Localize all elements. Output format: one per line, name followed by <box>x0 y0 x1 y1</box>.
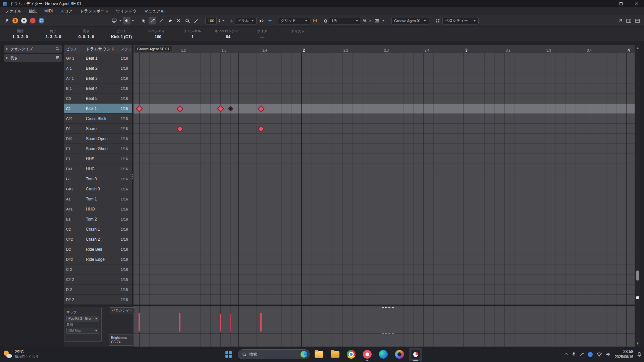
swing-icon[interactable]: % <box>363 19 366 23</box>
drum-row-G#1[interactable]: G#1Crash 31/16 <box>64 184 132 194</box>
drum-row-D#-2[interactable]: D#-21/16 <box>64 295 132 305</box>
infoline-field-8[interactable]: テキスト <box>278 29 318 39</box>
solo-editor-button[interactable]: S <box>12 18 18 23</box>
drum-row-B1[interactable]: B1Tom 21/16 <box>64 214 132 224</box>
grid-row-G1[interactable] <box>133 174 635 184</box>
grid-row-C0[interactable] <box>133 94 635 104</box>
grid-row-D#-2[interactable] <box>133 295 635 305</box>
drum-row-B-1[interactable]: B-1Beat 41/16 <box>64 83 132 94</box>
drum-row-C#2[interactable]: C#2Crash 21/16 <box>64 234 132 244</box>
grid-row-G#1[interactable] <box>133 184 635 194</box>
menu-item-midi[interactable]: MIDI <box>41 9 56 13</box>
scrollbar-thumb[interactable] <box>636 270 639 281</box>
grid-row-D2[interactable] <box>133 244 635 254</box>
edited-part-select[interactable]: Groove Agen.01 <box>391 17 429 24</box>
open-in-separate-window-icon[interactable] <box>616 17 624 24</box>
grid-row-B1[interactable] <box>133 214 635 224</box>
record-in-editor-button[interactable] <box>30 18 36 23</box>
pin-icon[interactable] <box>3 17 10 24</box>
velocity-stepper[interactable] <box>218 19 220 22</box>
search-icon[interactable] <box>55 46 59 52</box>
snap-type-icon[interactable] <box>311 17 319 24</box>
menu-item-score[interactable]: スコア <box>56 8 76 14</box>
auto-scroll-button[interactable] <box>21 18 27 23</box>
drum-row-A-1[interactable]: A-1Beat 21/16 <box>64 63 132 73</box>
drum-row-D#2[interactable]: D#2Ride Edge1/16 <box>64 254 132 264</box>
midi-input-icon[interactable] <box>266 17 274 24</box>
scroll-down-arrow[interactable] <box>636 343 639 345</box>
quantize-select[interactable]: 1/8 <box>329 17 361 24</box>
drum-row-C-2[interactable]: C-21/16 <box>64 264 132 275</box>
grid-row-C-2[interactable] <box>133 264 635 275</box>
note-grid[interactable]: Groove Agent SE 01 1.21.31.422.22.32.433… <box>133 45 635 347</box>
vertical-scrollbar[interactable] <box>635 45 640 347</box>
volume-icon[interactable] <box>606 352 611 357</box>
grid-row-D#2[interactable] <box>133 254 635 264</box>
velocity-bar[interactable] <box>260 313 262 331</box>
drum-row-C2[interactable]: C2Crash 11/16 <box>64 224 132 234</box>
erase-tool[interactable] <box>166 17 174 24</box>
line-tool[interactable] <box>157 17 165 24</box>
expand-triangle-icon[interactable] <box>6 57 8 59</box>
grid-row-F#1[interactable] <box>133 164 635 174</box>
drum-row-A#-1[interactable]: A#-1Beat 31/16 <box>64 73 132 83</box>
infoline-field-1[interactable]: 終了1. 3. 3. 0 <box>37 29 70 39</box>
drum-row-A1[interactable]: A1Tom 11/16 <box>64 194 132 204</box>
grid-row-A-1[interactable] <box>133 63 635 73</box>
grid-type-select[interactable]: グリッド <box>278 17 310 24</box>
column-header-0[interactable]: ピッチ <box>64 45 84 53</box>
drum-row-G#-1[interactable]: G#-1Beat 11/16 <box>64 53 132 63</box>
drum-row-C1[interactable]: C1Kick 11/16 <box>64 104 132 114</box>
start-button[interactable] <box>222 348 235 361</box>
chevron-down-icon[interactable] <box>119 20 122 21</box>
grid-row-C#-2[interactable] <box>133 275 635 285</box>
grid-row-F1[interactable] <box>133 154 635 164</box>
column-header-1[interactable]: ドラムサウンド <box>84 45 119 53</box>
editor-display-icon[interactable] <box>110 17 118 24</box>
list-icon[interactable] <box>55 55 59 61</box>
grid-row-C#1[interactable] <box>133 114 635 124</box>
recorder-app-icon[interactable] <box>361 348 374 361</box>
taskbar-search[interactable]: 検索 <box>238 349 310 359</box>
drum-row-A#1[interactable]: A#1HHO1/16 <box>64 204 132 214</box>
edge-icon[interactable] <box>377 348 390 361</box>
chevron-down-icon[interactable] <box>382 20 385 21</box>
infoline-field-2[interactable]: 長さ0. 0. 1. 0 <box>70 29 103 39</box>
grid-row-B-1[interactable] <box>133 83 635 94</box>
window-zones-icon[interactable] <box>625 17 633 24</box>
pen-icon[interactable] <box>580 352 584 357</box>
drum-map-select[interactable]: Pop Kit 3 - Gro. <box>66 316 99 321</box>
infoline-field-5[interactable]: チャンネル1 <box>176 29 209 39</box>
acoustic-feedback-icon[interactable] <box>123 17 130 24</box>
controller-lane-split[interactable] <box>133 334 635 334</box>
lanes-icon[interactable] <box>373 17 381 24</box>
drum-row-F#1[interactable]: F#1HHC1/16 <box>64 164 132 174</box>
wifi-icon[interactable] <box>596 352 602 357</box>
lane-divider[interactable] <box>133 305 635 306</box>
inspector-section-0[interactable]: クオンタイズ <box>4 45 62 53</box>
zoom-tool[interactable] <box>183 17 191 24</box>
scroll-up-arrow[interactable] <box>636 47 639 49</box>
zoom-knob[interactable] <box>636 296 639 299</box>
drum-row-G1[interactable]: G1Tom 31/16 <box>64 174 132 184</box>
infoline-field-7[interactable]: ボイス— <box>247 29 278 39</box>
grid-row-D1[interactable] <box>133 124 635 134</box>
drum-row-C0[interactable]: C0Beat 51/16 <box>64 94 132 104</box>
menu-item-manual[interactable]: マニュアル <box>140 8 168 14</box>
grid-row-A#-1[interactable] <box>133 73 635 83</box>
chevron-down-icon[interactable] <box>131 20 134 21</box>
grid-row-E1[interactable] <box>133 144 635 154</box>
folder-shortcut-icon[interactable] <box>328 348 342 361</box>
file-explorer-icon[interactable] <box>312 348 326 361</box>
inspector-section-1[interactable]: 長さ <box>4 54 62 62</box>
infoline-field-3[interactable]: ピッチKick 1 (C1) <box>103 29 140 39</box>
velocity-bar[interactable] <box>139 313 140 331</box>
teams-icon[interactable] <box>588 352 593 357</box>
velocity-bar[interactable] <box>179 313 180 331</box>
cycle-button[interactable] <box>39 18 44 23</box>
cubase-taskbar-icon[interactable] <box>409 348 422 361</box>
grid-rows[interactable] <box>133 53 635 305</box>
drum-row-D-2[interactable]: D-21/16 <box>64 285 132 295</box>
grid-row-G#-1[interactable] <box>133 53 635 63</box>
drum-row-C#-2[interactable]: C#-21/16 <box>64 275 132 285</box>
